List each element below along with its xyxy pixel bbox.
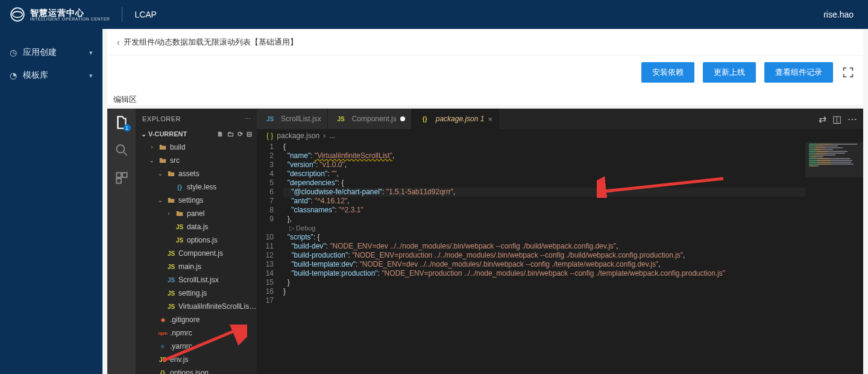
refresh-icon[interactable]: ⟳ — [237, 130, 243, 138]
app-icon: ◷ — [10, 48, 17, 57]
activity-bar: 1 — [107, 109, 136, 374]
file-node[interactable]: JSenv.js — [136, 353, 257, 366]
file-tree: ›build⌄src⌄assets{}style.less⌄settings›p… — [136, 139, 257, 374]
file-node[interactable]: ◆.gitignore — [136, 313, 257, 326]
more-icon[interactable]: ⋯ — [848, 113, 857, 125]
editor-tabs: JSScrollList.jsxJSComponent.js{}package.… — [257, 109, 863, 129]
breadcrumb-text: 开发组件/动态数据加载无限滚动列表【基础通用】 — [124, 37, 298, 48]
collapse-icon[interactable]: ⊟ — [247, 130, 252, 138]
deploy-button[interactable]: 更新上线 — [703, 62, 756, 83]
search-icon[interactable] — [114, 142, 130, 158]
minimap[interactable] — [805, 142, 863, 374]
svg-point-1 — [116, 145, 124, 153]
explorer-title: EXPLORER — [142, 115, 181, 122]
history-button[interactable]: 查看组件记录 — [764, 62, 833, 83]
file-node[interactable]: JSScrollList.jsx — [136, 273, 257, 287]
brand-cn: 智慧运营中心 — [30, 8, 110, 17]
file-node[interactable]: ≡.yarnrc — [136, 340, 257, 353]
app-topbar: 智慧运营中心 INTELLIGENT OPERATION CENTER LCAP… — [0, 0, 868, 29]
sidebar-item-app-create[interactable]: ◷应用创建 ▾ — [0, 41, 102, 64]
editor-tab[interactable]: {}package.json 1× — [412, 109, 499, 129]
file-node[interactable]: {}style.less — [136, 180, 257, 194]
code-area[interactable]: 123456789 1011121314151617 { "name": "Vi… — [257, 142, 863, 374]
gutter: 123456789 1011121314151617 — [257, 142, 282, 374]
changes-badge: 1 — [124, 124, 131, 132]
svg-rect-2 — [116, 173, 121, 177]
editor-section-label: 编辑区 — [107, 89, 863, 105]
close-tab-icon[interactable]: × — [488, 115, 492, 124]
file-node[interactable]: {}options.json — [136, 366, 257, 374]
explorer-root[interactable]: ⌄ V-CURRENT 🗎 🗀 ⟳ ⊟ — [136, 129, 257, 139]
divider — [122, 7, 122, 22]
new-file-icon[interactable]: 🗎 — [217, 130, 224, 138]
code-lines[interactable]: { "name": "VirtualiInfiniteScrollList", … — [282, 142, 863, 374]
code-editor: 1 EXPLORER ⋯ ⌄ V-CURRENT 🗎 🗀 ⟳ ⊟ — [107, 109, 863, 374]
explorer-icon[interactable]: 1 — [114, 115, 130, 130]
breadcrumb: ‹ 开发组件/动态数据加载无限滚动列表【基础通用】 — [107, 29, 863, 55]
file-node[interactable]: JSmain.js — [136, 260, 257, 273]
user-name[interactable]: rise.hao — [823, 10, 854, 19]
back-icon[interactable]: ‹ — [117, 37, 120, 47]
tpl-icon: ◔ — [10, 71, 17, 80]
chevron-down-icon: ▾ — [89, 49, 93, 57]
editor-breadcrumb[interactable]: { } package.json › ... — [257, 129, 863, 142]
nav-sidebar: ◷应用创建 ▾ ◔模板库 ▾ — [0, 29, 102, 374]
folder-node[interactable]: ⌄src — [136, 154, 257, 167]
svg-point-0 — [11, 8, 24, 21]
chevron-down-icon: ▾ — [89, 72, 93, 80]
svg-rect-3 — [122, 173, 127, 177]
svg-rect-4 — [116, 179, 121, 183]
new-folder-icon[interactable]: 🗀 — [227, 130, 234, 138]
split-icon[interactable]: ◫ — [832, 113, 841, 125]
explorer-more-icon[interactable]: ⋯ — [244, 115, 251, 123]
folder-node[interactable]: ⌄settings — [136, 194, 257, 207]
extensions-icon[interactable] — [114, 170, 130, 186]
product-name: LCAP — [134, 10, 157, 19]
sidebar-item-label: 应用创建 — [23, 47, 57, 58]
folder-node[interactable]: ›panel — [136, 207, 257, 220]
install-deps-button[interactable]: 安装依赖 — [641, 62, 694, 83]
editor-tab[interactable]: JSScrollList.jsx — [257, 109, 328, 129]
file-node[interactable]: JSVirtualiInfiniteScrollList.js — [136, 300, 257, 313]
compare-icon[interactable]: ⇄ — [819, 113, 826, 125]
folder-node[interactable]: ⌄assets — [136, 167, 257, 180]
file-node[interactable]: JSoptions.js — [136, 233, 257, 247]
sidebar-item-templates[interactable]: ◔模板库 ▾ — [0, 64, 102, 87]
file-node[interactable]: npm.npmrc — [136, 326, 257, 340]
file-node[interactable]: JSdata.js — [136, 220, 257, 233]
page-toolbar: 安装依赖 更新上线 查看组件记录 — [107, 55, 863, 89]
editor-tab[interactable]: JSComponent.js — [328, 109, 412, 129]
explorer-panel: EXPLORER ⋯ ⌄ V-CURRENT 🗎 🗀 ⟳ ⊟ ›build⌄sr… — [136, 109, 257, 374]
folder-node[interactable]: ›build — [136, 141, 257, 154]
file-node[interactable]: JSComponent.js — [136, 247, 257, 260]
brand-en: INTELLIGENT OPERATION CENTER — [30, 17, 110, 21]
sidebar-item-label: 模板库 — [23, 70, 48, 81]
fullscreen-icon[interactable] — [841, 66, 855, 79]
brand-logo: 智慧运营中心 INTELLIGENT OPERATION CENTER — [10, 7, 110, 22]
file-node[interactable]: JSsetting.js — [136, 287, 257, 300]
